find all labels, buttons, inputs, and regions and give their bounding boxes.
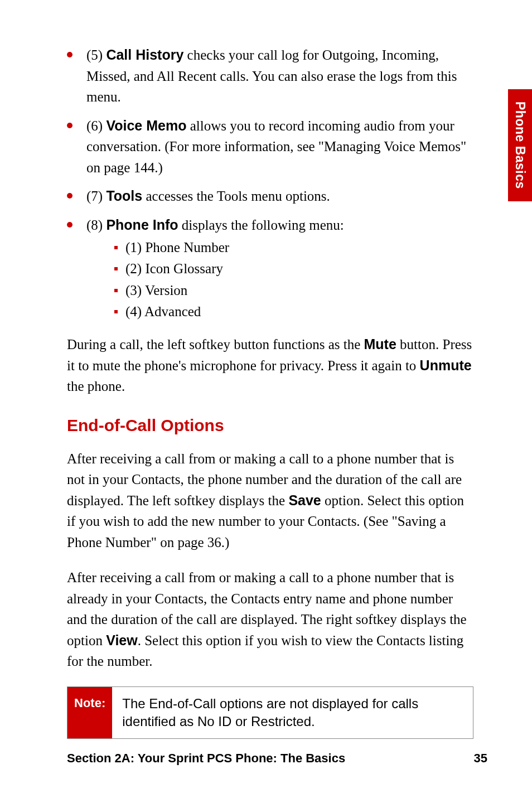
- note-text: The End-of-Call options are not displaye…: [112, 687, 473, 739]
- side-tab: Phone Basics: [508, 89, 532, 201]
- item-rest: displays the following menu:: [178, 217, 344, 233]
- item-bold: Phone Info: [106, 217, 178, 233]
- item-prefix: (8): [86, 217, 106, 233]
- sub-list-item: (1) Phone Number: [86, 238, 473, 258]
- bold-unmute: Unmute: [420, 357, 472, 373]
- item-prefix: (6): [86, 118, 106, 133]
- text: the phone.: [67, 379, 125, 394]
- item-prefix: (7): [86, 188, 106, 204]
- bold-save: Save: [288, 492, 321, 508]
- note-label: Note:: [67, 687, 112, 739]
- paragraph-mute: During a call, the left softkey button f…: [67, 334, 473, 397]
- main-bullet-list: (5) Call History checks your call log fo…: [67, 45, 473, 322]
- paragraph-save: After receiving a call from or making a …: [67, 448, 473, 553]
- footer-section: Section 2A: Your Sprint PCS Phone: The B…: [67, 751, 345, 766]
- page-content: (5) Call History checks your call log fo…: [0, 0, 532, 739]
- heading-end-of-call: End-of-Call Options: [67, 416, 473, 435]
- paragraph-view: After receiving a call from or making a …: [67, 567, 473, 672]
- bold-mute: Mute: [364, 336, 396, 352]
- list-item: (7) Tools accesses the Tools menu option…: [67, 186, 473, 207]
- list-item: (5) Call History checks your call log fo…: [67, 45, 473, 108]
- item-prefix: (5): [86, 47, 106, 62]
- page-footer: Section 2A: Your Sprint PCS Phone: The B…: [67, 751, 487, 766]
- note-box: Note: The End-of-Call options are not di…: [67, 686, 473, 739]
- list-item: (8) Phone Info displays the following me…: [67, 215, 473, 322]
- item-bold: Tools: [106, 188, 142, 204]
- item-bold: Call History: [106, 47, 183, 62]
- sub-list-item: (3) Version: [86, 280, 473, 301]
- sub-list-item: (4) Advanced: [86, 302, 473, 322]
- item-bold: Voice Memo: [106, 118, 186, 133]
- item-rest: accesses the Tools menu options.: [142, 188, 330, 204]
- list-item: (6) Voice Memo allows you to record inco…: [67, 115, 473, 178]
- text: During a call, the left softkey button f…: [67, 337, 364, 352]
- sub-list: (1) Phone Number (2) Icon Glossary (3) V…: [86, 238, 473, 322]
- footer-page-number: 35: [474, 751, 487, 766]
- bold-view: View: [106, 632, 138, 648]
- sub-list-item: (2) Icon Glossary: [86, 259, 473, 279]
